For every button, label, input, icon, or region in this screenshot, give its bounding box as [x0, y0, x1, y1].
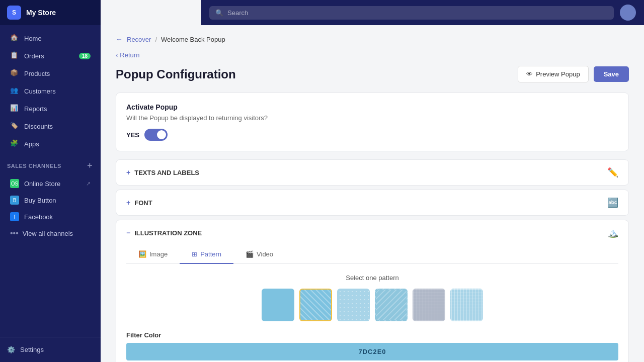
activate-popup-title: Activate Popup: [126, 103, 618, 111]
breadcrumb-separator: /: [155, 36, 157, 43]
pattern-item-5[interactable]: [413, 289, 445, 321]
buy-button-icon: B: [10, 196, 19, 205]
page-header: Popup Configuration 👁 Preview Popup Save: [116, 66, 629, 82]
pattern-item-1[interactable]: [262, 289, 294, 321]
section-left: + FONT: [126, 199, 152, 207]
pattern-item-3[interactable]: [337, 289, 370, 321]
section-label: TEXTS AND LABELS: [134, 169, 199, 176]
sidebar-item-label: Orders: [24, 52, 44, 60]
breadcrumb: ← Recover / Welcome Back Popup: [116, 35, 629, 43]
preview-popup-button[interactable]: 👁 Preview Popup: [518, 66, 588, 82]
pattern-tab-icon: ⊞: [192, 250, 197, 258]
main-content: ← Recover / Welcome Back Popup ‹ Return …: [101, 25, 644, 362]
store-name: My Store: [26, 9, 56, 17]
preview-label: Preview Popup: [536, 70, 580, 78]
illustration-header[interactable]: − ILLUSTRATION ZONE 🏔️: [116, 220, 628, 245]
products-icon: 📦: [10, 69, 19, 78]
expand-icon: +: [126, 168, 130, 176]
breadcrumb-parent[interactable]: Recover: [127, 36, 151, 43]
return-link[interactable]: ‹ Return: [116, 51, 629, 59]
reports-icon: 📊: [10, 104, 19, 113]
sidebar-item-label: Apps: [24, 140, 39, 148]
orders-icon: 📋: [10, 51, 19, 60]
sidebar-item-label: Reports: [24, 105, 47, 113]
sidebar-item-products[interactable]: 📦 Products: [3, 65, 98, 82]
channel-label: Buy Button: [24, 197, 56, 204]
view-all-channels[interactable]: ••• View all channels: [3, 225, 98, 241]
section-label: FONT: [134, 199, 152, 207]
tab-label: Image: [149, 250, 168, 258]
avatar[interactable]: [620, 5, 636, 21]
sidebar-footer: ⚙️ Settings: [0, 337, 101, 362]
store-icon: S: [7, 6, 21, 20]
tab-label: Pattern: [200, 250, 221, 258]
sidebar-item-orders[interactable]: 📋 Orders 18: [3, 47, 98, 64]
sales-channels-label: SALES CHANNELS: [7, 163, 61, 169]
home-icon: 🏠: [10, 34, 19, 43]
channel-label: Online Store: [24, 180, 60, 188]
sidebar-item-apps[interactable]: 🧩 Apps: [3, 135, 98, 152]
search-bar[interactable]: 🔍 Search: [209, 6, 614, 20]
sidebar-item-facebook[interactable]: f Facebook: [3, 209, 98, 225]
filter-color-label: Filter Color: [126, 331, 618, 339]
illustration-icon: 🏔️: [607, 227, 618, 238]
pattern-item-6[interactable]: [450, 289, 483, 321]
pattern-item-2[interactable]: [299, 289, 332, 321]
sales-channels-header: SALES CHANNELS ＋: [0, 156, 101, 175]
customers-icon: 👥: [10, 86, 19, 96]
sidebar: S My Store 🏠 Home 📋 Orders 18 📦 Products…: [0, 0, 101, 362]
sidebar-item-label: Discounts: [24, 123, 53, 130]
orders-badge: 18: [79, 53, 91, 59]
settings-icon: ⚙️: [7, 346, 15, 353]
collapse-icon: −: [126, 229, 130, 237]
illustration-tabs: 🖼️ Image ⊞ Pattern 🎬 Video: [126, 245, 618, 264]
search-placeholder: Search: [227, 9, 248, 17]
section-label: ILLUSTRATION ZONE: [134, 229, 202, 237]
sidebar-item-online-store[interactable]: OS Online Store ↗: [3, 175, 98, 192]
filter-color-bar[interactable]: 7DC2E0: [126, 343, 618, 360]
channel-label: Facebook: [24, 213, 53, 221]
texts-and-labels-section[interactable]: + TEXTS AND LABELS ✏️: [116, 159, 629, 186]
save-button[interactable]: Save: [594, 66, 629, 82]
toggle-label: YES: [126, 131, 139, 139]
sidebar-item-buy-button[interactable]: B Buy Button: [3, 192, 98, 208]
return-label: Return: [120, 51, 139, 59]
sidebar-item-home[interactable]: 🏠 Home: [3, 30, 98, 47]
section-left: − ILLUSTRATION ZONE: [126, 229, 202, 237]
sidebar-header: S My Store: [0, 0, 101, 25]
text-edit-icon: ✏️: [607, 167, 618, 178]
sidebar-item-label: Customers: [24, 87, 56, 95]
font-section[interactable]: + FONT 🔤: [116, 190, 629, 216]
external-link-icon: ↗: [86, 180, 91, 187]
tab-pattern[interactable]: ⊞ Pattern: [180, 245, 233, 264]
tab-label: Video: [257, 250, 273, 258]
sidebar-item-settings[interactable]: ⚙️ Settings: [7, 342, 94, 357]
online-store-icon: OS: [10, 179, 19, 188]
ellipsis-icon: •••: [10, 229, 19, 238]
image-tab-icon: 🖼️: [138, 250, 146, 258]
toggle-row: YES: [126, 129, 618, 141]
video-tab-icon: 🎬: [246, 250, 254, 258]
search-icon: 🔍: [215, 9, 223, 17]
sidebar-item-label: Home: [24, 35, 42, 42]
illustration-zone-card: − ILLUSTRATION ZONE 🏔️ 🖼️ Image ⊞ Patter…: [116, 220, 629, 362]
breadcrumb-recover-icon: ←: [116, 35, 123, 43]
sidebar-item-reports[interactable]: 📊 Reports: [3, 100, 98, 117]
header-actions: 👁 Preview Popup Save: [518, 66, 629, 82]
activate-toggle[interactable]: [144, 129, 168, 141]
pattern-grid: [126, 289, 618, 321]
apps-icon: 🧩: [10, 139, 19, 148]
view-all-label: View all channels: [23, 230, 73, 237]
tab-image[interactable]: 🖼️ Image: [126, 245, 180, 264]
illustration-content: 🖼️ Image ⊞ Pattern 🎬 Video Select one pa…: [116, 245, 628, 362]
sidebar-item-discounts[interactable]: 🏷️ Discounts: [3, 118, 98, 135]
sidebar-item-customers[interactable]: 👥 Customers: [3, 82, 98, 100]
pattern-item-4[interactable]: [375, 289, 408, 321]
page-title: Popup Configuration: [116, 67, 236, 81]
tab-video[interactable]: 🎬 Video: [233, 245, 285, 264]
activate-popup-subtitle: Will the Popup be displayed to returning…: [126, 114, 618, 122]
settings-label: Settings: [20, 346, 44, 353]
add-channel-icon[interactable]: ＋: [86, 160, 94, 171]
eye-icon: 👁: [526, 70, 533, 78]
section-left: + TEXTS AND LABELS: [126, 168, 199, 176]
